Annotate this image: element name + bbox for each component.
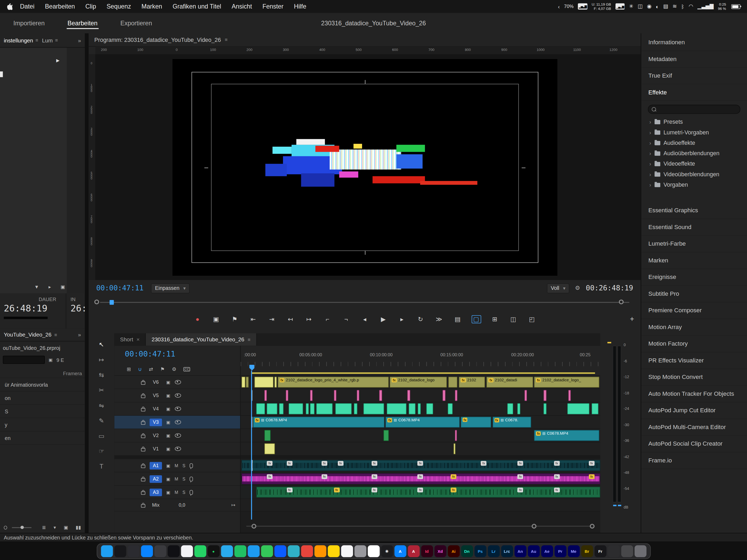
effects-bin-videoeffekte[interactable]: ›Videoeffekte [641, 159, 747, 169]
timeline-clip[interactable] [387, 403, 406, 414]
sidebar-item-motion-array[interactable]: Motion Array [641, 319, 747, 336]
fx-badge[interactable]: fx [554, 474, 560, 479]
sidebar-item-autopod-social-clip-creator[interactable]: AutoPod Social Clip Creator [641, 436, 747, 453]
keyframe-icon[interactable]: ↦ [231, 502, 235, 508]
sequence-settings-icon[interactable]: ⊞ [127, 366, 131, 372]
workspace-tab-bearbeiten[interactable]: Bearbeiten [67, 15, 99, 32]
timeline-clip[interactable]: fx2102_datadi [487, 376, 533, 388]
menubar-item[interactable]: Hilfe [294, 3, 306, 10]
dock-app-icon[interactable] [181, 545, 193, 557]
fx-badge[interactable]: fx [334, 488, 339, 492]
timeline-clip[interactable] [454, 443, 456, 454]
chevron-right-icon[interactable]: › [649, 161, 651, 167]
loop-button[interactable]: ↻ [416, 316, 425, 323]
captions-button[interactable]: CC [184, 367, 190, 371]
monitor-playhead[interactable] [110, 300, 114, 305]
add-marker-button[interactable]: ⚑ [230, 316, 239, 323]
track-label[interactable]: A1 [150, 461, 162, 469]
sidebar-item-essential-graphics[interactable]: Essential Graphics [641, 203, 747, 219]
step-forward-button[interactable]: ▸ [397, 316, 407, 323]
dock-app-icon[interactable]: Me [568, 545, 580, 557]
video-preview-frame[interactable] [172, 59, 557, 275]
mix-level-value[interactable]: 0,0 [179, 502, 185, 508]
play-around-button[interactable]: ≫ [434, 316, 444, 323]
track-header-v6[interactable]: V6▣ [114, 376, 240, 389]
dock-app-icon[interactable]: An [514, 545, 526, 557]
insert-button[interactable]: ▤ [453, 316, 462, 323]
timeline-clip[interactable] [316, 403, 332, 414]
timeline-clip[interactable]: fx [461, 417, 491, 427]
fx-badge[interactable]: fx [321, 461, 327, 466]
chevron-right-icon[interactable]: › [649, 151, 651, 156]
color-picker-icon[interactable]: ✳ [629, 3, 633, 9]
timeline-clip[interactable] [568, 390, 571, 401]
track-lane-a3[interactable]: fxfxfxfxfxfxfx [241, 486, 600, 499]
sidebar-item-marken[interactable]: Marken [641, 252, 747, 269]
timeline-clip[interactable]: fx2102_datadice_logo_prio_4_white_rgb.p [278, 376, 389, 388]
play-in-to-out-icon[interactable]: ▸ [49, 284, 51, 290]
track-label[interactable]: V5 [150, 392, 162, 399]
solo-button[interactable]: S [182, 490, 185, 495]
lock-icon[interactable] [141, 408, 146, 411]
track-header-v3[interactable]: V3▣ [114, 416, 240, 429]
linked-selection-button[interactable]: ⇄ [149, 366, 153, 372]
dock-app-icon[interactable]: ● [208, 545, 220, 557]
timeline-clip[interactable] [379, 390, 382, 401]
toggle-track-visibility-icon[interactable] [175, 420, 181, 424]
menubar-item[interactable]: Bearbeiten [45, 3, 75, 10]
timeline-timecode[interactable]: 00:00:47:11 [125, 350, 175, 359]
current-timecode[interactable]: 00:00:47:11 [96, 284, 144, 292]
sidebar-item-true-exif[interactable]: True Exif [641, 68, 747, 84]
left-panel-tab[interactable]: instellungen≡ [4, 37, 38, 43]
display-mirroring-icon[interactable]: ◫ [638, 3, 643, 9]
lock-icon[interactable] [141, 448, 146, 451]
project-search-input[interactable] [3, 356, 45, 364]
track-header-v2[interactable]: V2▣ [114, 429, 240, 443]
voiceover-record-icon[interactable] [190, 477, 193, 481]
audio-icon[interactable]: ≋ [673, 3, 677, 9]
dock-app-icon[interactable] [261, 545, 273, 557]
fx-badge[interactable]: fx [417, 474, 423, 479]
track-output-icon[interactable]: ▣ [166, 406, 170, 411]
workspace-tab-exportieren[interactable]: Exportieren [120, 15, 153, 32]
track-select-forward-tool[interactable]: ↦ [99, 356, 104, 364]
track-lane-v2[interactable]: fx▤C0678.MP4 [241, 429, 600, 443]
fx-badge[interactable]: fx [267, 461, 273, 466]
timeline-clip[interactable]: fx2102_datadice_logo [390, 376, 447, 388]
filter-icon[interactable]: ▼ [34, 284, 39, 290]
fx-badge[interactable]: fx [518, 461, 523, 466]
dock-app-icon[interactable]: Id [421, 545, 433, 557]
timeline-clip[interactable] [275, 376, 277, 388]
framerate-column-header[interactable]: Framera [0, 367, 85, 378]
scrollbar-handle[interactable] [532, 524, 537, 529]
comparison-view-button[interactable]: ◫ [509, 316, 518, 323]
panel-menu-icon[interactable]: ≡ [35, 37, 38, 43]
workspace-tab-importieren[interactable]: Importieren [12, 15, 46, 32]
effects-bin-audio-berblendungen[interactable]: ›Audioüberblendungen [641, 148, 747, 158]
timeline-clip[interactable] [383, 430, 389, 441]
fx-badge[interactable]: fx [267, 474, 273, 479]
sidebar-item-frame-io[interactable]: Frame.io [641, 452, 747, 469]
scrollbar-handle[interactable] [590, 524, 595, 529]
dock-app-icon[interactable] [354, 545, 366, 557]
sidebar-item-auto-motion-tracker-for-objects[interactable]: Auto Motion Tracker For Objects [641, 385, 747, 402]
timeline-clip[interactable] [254, 376, 274, 388]
thumbnail-size-slider[interactable] [12, 527, 31, 528]
timeline-clip[interactable] [335, 403, 352, 414]
sidebar-item-metadaten[interactable]: Metadaten [641, 51, 747, 68]
project-list-item[interactable]: on [0, 392, 85, 405]
effects-bin-vorgaben[interactable]: ›Vorgaben [641, 180, 747, 190]
mark-out-button[interactable]: ⇥ [267, 316, 277, 323]
fx-badge[interactable]: fx [338, 461, 343, 466]
expand-arrow-icon[interactable]: ▶ [56, 58, 59, 63]
fx-badge[interactable]: fx [371, 488, 377, 492]
track-header-a2[interactable]: A2▣MS [114, 472, 240, 486]
apple-logo-icon[interactable] [7, 3, 12, 10]
timeline-clip[interactable]: fx▤C0678.MP4 [386, 417, 460, 427]
mute-button[interactable]: M [175, 477, 178, 481]
sidebar-item-autopod-multi-camera-editor[interactable]: AutoPod Multi-Camera Editor [641, 419, 747, 436]
track-output-icon[interactable]: ▣ [166, 433, 170, 438]
dock-app-icon[interactable]: Br [581, 545, 593, 557]
menubar-item[interactable]: Clip [85, 3, 96, 10]
stage-manager-icon[interactable]: ▤ [663, 3, 668, 9]
